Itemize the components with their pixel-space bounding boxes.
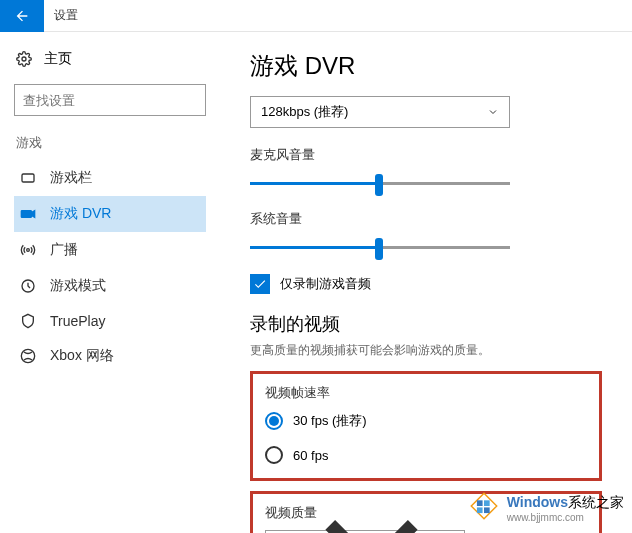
- sidebar-item-trueplay[interactable]: TruePlay: [14, 304, 206, 338]
- chevron-down-icon: [289, 463, 454, 534]
- category-header: 游戏: [14, 134, 206, 152]
- svg-rect-11: [484, 507, 490, 513]
- svg-point-0: [22, 57, 26, 61]
- bitrate-value: 128kbps (推荐): [261, 103, 348, 121]
- sidebar-item-label: 游戏 DVR: [50, 205, 111, 223]
- svg-rect-4: [21, 211, 31, 218]
- trueplay-icon: [20, 313, 36, 329]
- sidebar-item-label: Xbox 网络: [50, 347, 114, 365]
- sidebar-item-gamemode[interactable]: 游戏模式: [14, 268, 206, 304]
- fps-radio-60[interactable]: 60 fps: [265, 446, 587, 464]
- page-title: 游戏 DVR: [250, 50, 602, 82]
- fps-radio-30[interactable]: 30 fps (推荐): [265, 412, 587, 430]
- arrow-left-icon: [14, 8, 30, 24]
- sidebar-item-label: 广播: [50, 241, 78, 259]
- sidebar-item-gamebar[interactable]: 游戏栏: [14, 160, 206, 196]
- gamemode-icon: [20, 278, 36, 294]
- sidebar-item-label: 游戏栏: [50, 169, 92, 187]
- window-title: 设置: [54, 7, 78, 24]
- windows-logo-icon: [467, 489, 501, 527]
- back-button[interactable]: [0, 0, 44, 32]
- svg-point-7: [21, 349, 34, 362]
- slider-thumb[interactable]: [375, 238, 383, 260]
- search-input[interactable]: [14, 84, 206, 116]
- mic-volume-slider[interactable]: [250, 172, 510, 196]
- home-link[interactable]: 主页: [14, 46, 206, 72]
- main-content: 游戏 DVR 128kbps (推荐) 麦克风音量 系统音量 仅录制游戏音频: [220, 32, 632, 533]
- xbox-icon: [20, 348, 36, 364]
- slider-thumb[interactable]: [375, 174, 383, 196]
- video-section-desc: 更高质量的视频捕获可能会影响游戏的质量。: [250, 342, 602, 359]
- radio-icon: [265, 446, 283, 464]
- svg-rect-8: [477, 500, 483, 506]
- broadcast-icon: [20, 242, 36, 258]
- svg-rect-3: [22, 174, 34, 182]
- sidebar-item-label: TruePlay: [50, 313, 106, 329]
- video-section-title: 录制的视频: [250, 312, 602, 336]
- svg-rect-9: [484, 500, 490, 506]
- sidebar: 主页 游戏 游戏栏 游戏 DVR 广播 游戏模式 TruePlay: [0, 32, 220, 533]
- gear-icon: [16, 51, 32, 67]
- fps-label: 视频帧速率: [265, 384, 587, 402]
- search-field[interactable]: [15, 93, 199, 108]
- radio-label: 30 fps (推荐): [293, 412, 367, 430]
- gamebar-icon: [20, 170, 36, 186]
- sidebar-item-broadcast[interactable]: 广播: [14, 232, 206, 268]
- sidebar-item-xbox[interactable]: Xbox 网络: [14, 338, 206, 374]
- svg-point-5: [27, 249, 30, 252]
- home-label: 主页: [44, 50, 72, 68]
- chevron-down-icon: [487, 106, 499, 118]
- dvr-icon: [20, 206, 36, 222]
- radio-selected-icon: [265, 412, 283, 430]
- radio-label: 60 fps: [293, 448, 328, 463]
- sidebar-item-dvr[interactable]: 游戏 DVR: [14, 196, 206, 232]
- bitrate-dropdown[interactable]: 128kbps (推荐): [250, 96, 510, 128]
- svg-rect-10: [477, 507, 483, 513]
- sidebar-item-label: 游戏模式: [50, 277, 106, 295]
- sys-volume-label: 系统音量: [250, 210, 602, 228]
- mic-volume-label: 麦克风音量: [250, 146, 602, 164]
- watermark-url: www.bjjmmc.com: [507, 512, 624, 523]
- checkbox-label: 仅录制游戏音频: [280, 275, 371, 293]
- checkbox-checked-icon: [250, 274, 270, 294]
- record-only-checkbox[interactable]: 仅录制游戏音频: [250, 274, 602, 294]
- sys-volume-slider[interactable]: [250, 236, 510, 260]
- watermark: Windows系统之家 www.bjjmmc.com: [467, 489, 624, 527]
- watermark-text: Windows系统之家: [507, 494, 624, 512]
